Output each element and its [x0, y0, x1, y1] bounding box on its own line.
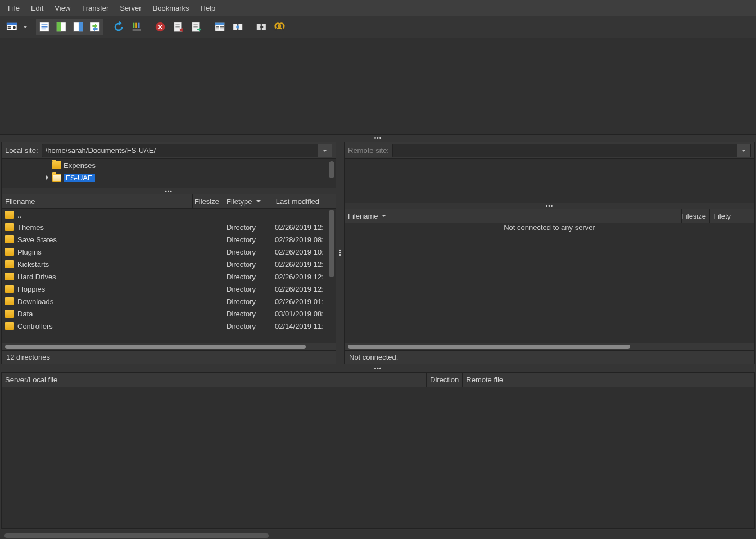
find-button[interactable]	[271, 19, 288, 35]
svg-rect-8	[42, 29, 46, 29]
bottom-status-strip	[0, 530, 756, 539]
column-filetype[interactable]: Filety	[710, 209, 754, 223]
tree-item[interactable]: Expenses	[2, 159, 336, 171]
folder-icon	[5, 235, 14, 243]
file-row[interactable]: ..	[2, 209, 336, 221]
remote-path-combo[interactable]	[392, 144, 751, 157]
svg-rect-3	[8, 28, 11, 29]
site-manager-button[interactable]	[3, 19, 20, 35]
file-row[interactable]: FloppiesDirectory02/26/2019 12:	[2, 283, 336, 295]
file-row[interactable]: PluginsDirectory02/26/2019 10:	[2, 246, 336, 258]
queue-splitter[interactable]: •••	[0, 365, 756, 371]
column-filename[interactable]: Filename	[345, 209, 682, 223]
process-queue-button[interactable]	[128, 19, 145, 35]
toggle-local-tree-button[interactable]	[53, 19, 70, 35]
refresh-button[interactable]	[110, 19, 127, 35]
menu-edit[interactable]: Edit	[25, 2, 49, 15]
svg-rect-6	[42, 24, 48, 25]
toggle-log-button[interactable]	[36, 19, 53, 35]
file-row[interactable]: DataDirectory03/01/2019 08:	[2, 307, 336, 320]
remote-directory-tree[interactable]	[345, 159, 754, 203]
svg-rect-16	[138, 23, 140, 28]
svg-rect-27	[220, 26, 224, 27]
local-site-label: Local site:	[5, 146, 38, 155]
remote-status: Not connected.	[345, 350, 754, 364]
column-filename[interactable]: Filename	[2, 194, 193, 208]
local-pane: Local site: Expenses FS-UAE ••• Filename…	[1, 142, 336, 364]
site-manager-dropdown[interactable]	[21, 19, 29, 35]
svg-rect-23	[193, 26, 197, 27]
tree-scrollbar[interactable]	[329, 161, 334, 178]
column-server-local-file[interactable]: Server/Local file	[2, 373, 427, 387]
folder-icon	[52, 161, 61, 169]
svg-point-32	[236, 25, 239, 29]
cancel-button[interactable]	[152, 19, 169, 35]
menu-server[interactable]: Server	[114, 2, 147, 15]
file-row[interactable]: KickstartsDirectory02/26/2019 12:	[2, 258, 336, 270]
local-status: 12 directories	[2, 350, 336, 364]
local-hscrollbar[interactable]	[2, 343, 336, 350]
local-file-list[interactable]: ..ThemesDirectory02/26/2019 12:Save Stat…	[2, 209, 336, 343]
remote-site-label: Remote site:	[348, 146, 389, 155]
local-inner-splitter[interactable]: •••	[2, 188, 336, 194]
menu-help[interactable]: Help	[195, 2, 221, 15]
column-filetype[interactable]: Filetype	[223, 194, 271, 208]
menu-view[interactable]: View	[49, 2, 76, 15]
directory-listing-button[interactable]	[211, 19, 228, 35]
file-row[interactable]: DownloadsDirectory02/26/2019 01:	[2, 295, 336, 307]
vertical-splitter[interactable]: •••	[337, 141, 343, 365]
folder-icon	[5, 223, 14, 231]
sync-browse-button[interactable]	[253, 19, 270, 35]
file-row[interactable]: ControllersDirectory02/14/2019 11:	[2, 320, 336, 332]
tree-expander-icon[interactable]	[44, 175, 50, 180]
folder-icon	[5, 297, 14, 305]
remote-pane: Remote site: ••• Filename Filesize Filet…	[344, 142, 755, 364]
horizontal-splitter[interactable]: •••	[0, 135, 756, 141]
remote-list-header: Filename Filesize Filety	[345, 209, 754, 223]
svg-rect-1	[7, 23, 17, 25]
file-row[interactable]: ThemesDirectory02/26/2019 12:	[2, 221, 336, 233]
svg-point-4	[13, 26, 16, 29]
svg-rect-15	[135, 23, 137, 28]
remote-path-input[interactable]	[393, 146, 737, 155]
svg-rect-29	[220, 29, 224, 29]
remote-inner-splitter[interactable]: •••	[345, 203, 754, 209]
queue-list[interactable]	[2, 387, 754, 528]
column-modified[interactable]: Last modified	[271, 194, 323, 208]
remote-path-dropdown[interactable]	[737, 144, 750, 157]
remote-hscrollbar[interactable]	[345, 343, 754, 350]
remote-file-list[interactable]: Not connected to any server	[345, 223, 754, 343]
svg-rect-2	[8, 26, 11, 27]
compare-button[interactable]	[229, 19, 246, 35]
tree-item[interactable]: FS-UAE	[2, 171, 336, 184]
column-remote-file[interactable]: Remote file	[463, 373, 754, 387]
file-row[interactable]: Hard DrivesDirectory02/26/2019 12:	[2, 270, 336, 283]
local-list-header: Filename Filesize Filetype Last modified	[2, 194, 336, 209]
local-path-dropdown[interactable]	[318, 144, 332, 157]
folder-icon	[5, 322, 14, 330]
column-filesize[interactable]: Filesize	[682, 209, 710, 223]
folder-icon	[5, 310, 14, 318]
column-direction[interactable]: Direction	[427, 373, 463, 387]
disconnect-button[interactable]	[170, 19, 187, 35]
svg-rect-25	[215, 23, 225, 25]
local-path-input[interactable]	[42, 146, 318, 155]
svg-rect-12	[79, 22, 83, 32]
file-row[interactable]: Save StatesDirectory02/28/2019 08:	[2, 233, 336, 246]
filelist-scrollbar[interactable]	[329, 210, 334, 277]
reconnect-button[interactable]	[188, 19, 205, 35]
menubar: File Edit View Transfer Server Bookmarks…	[0, 0, 756, 16]
queue-header: Server/Local file Direction Remote file	[2, 373, 754, 387]
folder-icon	[5, 285, 14, 293]
toggle-queue-button[interactable]	[87, 19, 103, 35]
toggle-remote-tree-button[interactable]	[70, 19, 87, 35]
local-directory-tree[interactable]: Expenses FS-UAE	[2, 159, 336, 188]
svg-rect-14	[133, 23, 135, 28]
local-path-combo[interactable]	[42, 144, 332, 157]
menu-bookmarks[interactable]: Bookmarks	[147, 2, 195, 15]
menu-file[interactable]: File	[2, 2, 25, 15]
message-log-pane	[0, 38, 756, 135]
menu-transfer[interactable]: Transfer	[76, 2, 114, 15]
toolbar	[0, 16, 756, 38]
column-filesize[interactable]: Filesize	[193, 194, 223, 208]
